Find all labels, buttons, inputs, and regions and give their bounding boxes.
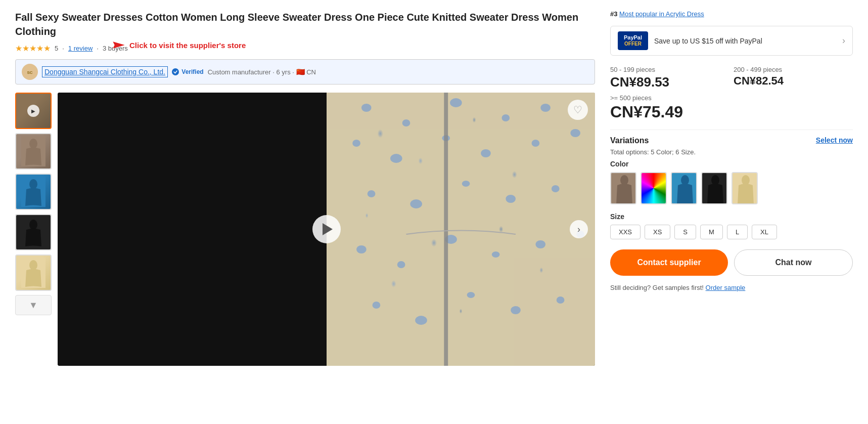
rank-number: #3 [610, 10, 617, 18]
svg-text:SC: SC [27, 70, 32, 75]
supplier-name[interactable]: Dongguan Shangcai Clothing Co., Ltd. [42, 66, 168, 77]
floral-background [327, 93, 596, 366]
size-m[interactable]: M [700, 225, 723, 239]
supplier-tooltip: Click to visit the supplier's store [106, 40, 246, 50]
paypal-offer[interactable]: PayPal OFFER Save up to US $15 off with … [610, 26, 853, 56]
black-dress-icon [702, 173, 727, 204]
tier3-range: >= 500 pieces [610, 94, 853, 102]
popularity-tag: #3 Most popular in Acrylic Dress [610, 10, 853, 18]
play-triangle-icon [323, 223, 333, 235]
category-link[interactable]: Most popular in Acrylic Dress [619, 10, 704, 18]
star-rating: ★★★★★ [15, 44, 51, 53]
size-xs[interactable]: XS [645, 225, 670, 239]
supplier-banner[interactable]: SC Dongguan Shangcai Clothing Co., Ltd. … [15, 59, 595, 84]
thumbnail-list: ▶ [15, 93, 52, 366]
price-tiers: 50 - 199 pieces CN¥89.53 200 - 499 piece… [610, 66, 853, 90]
variations-meta: Total options: 5 Color; 6 Size. [610, 148, 853, 156]
paypal-logo-text1: PayPal [623, 34, 643, 41]
order-sample-link[interactable]: Order sample [706, 284, 746, 291]
paypal-logo-text2: OFFER [623, 41, 643, 47]
blue-dress-icon [672, 173, 697, 204]
play-icon-thumb: ▶ [27, 105, 39, 117]
floral-pattern [327, 93, 596, 366]
gallery-area: ▶ [15, 93, 595, 366]
price-tier-3: >= 500 pieces CN¥75.49 [610, 94, 853, 121]
supplier-meta: Custom manufacturer · 6 yrs · 🇨🇳 CN [208, 68, 316, 76]
favorite-button[interactable]: ♡ [568, 100, 588, 120]
dot-separator2: · [97, 45, 99, 52]
product-image-area [327, 93, 596, 366]
variations-section: Variations Select now Total options: 5 C… [610, 136, 853, 239]
country-flag: 🇨🇳 [296, 68, 305, 76]
action-buttons: Contact supplier Chat now [610, 249, 853, 276]
rating-value: 5 [55, 45, 58, 52]
next-image-button[interactable]: › [570, 220, 588, 238]
swatch-black-fill [702, 173, 726, 203]
color-swatch-black[interactable] [701, 172, 727, 204]
size-xxs[interactable]: XXS [610, 225, 641, 239]
size-label: Size [610, 213, 853, 221]
dress-thumb-3 [21, 177, 45, 207]
brown-dress-icon [611, 173, 636, 204]
dress-thumb-2 [21, 136, 45, 166]
thumbnail-2[interactable] [15, 133, 52, 169]
svg-point-6 [29, 179, 37, 189]
arrow-icon [106, 40, 126, 50]
main-image: ♡ › [58, 93, 595, 366]
product-right-panel: #3 Most popular in Acrylic Dress PayPal … [610, 10, 853, 366]
svg-point-2 [172, 68, 179, 75]
dress-thumb-5 [21, 258, 45, 288]
play-button[interactable] [312, 215, 341, 243]
verified-badge: Verified [172, 68, 204, 76]
reviews-link[interactable]: 1 review [68, 45, 93, 52]
tier3-price: CN¥75.49 [610, 103, 853, 121]
color-label: Color [610, 160, 853, 168]
pricing-section: 50 - 199 pieces CN¥89.53 200 - 499 piece… [610, 66, 853, 121]
size-s[interactable]: S [674, 225, 696, 239]
thumbnail-5[interactable] [15, 255, 52, 291]
paypal-arrow-icon: › [842, 35, 845, 46]
chat-now-button[interactable]: Chat now [734, 249, 853, 276]
thumbnail-4[interactable] [15, 214, 52, 250]
heart-icon: ♡ [573, 104, 582, 116]
price-tier-2: 200 - 499 pieces CN¥82.54 [734, 66, 853, 90]
verified-icon [172, 68, 179, 75]
swatch-multicolor-fill [642, 173, 666, 203]
tooltip-text: Click to visit the supplier's store [129, 41, 246, 50]
thumbnail-scroll-down[interactable]: ▼ [15, 295, 52, 315]
paypal-logo: PayPal OFFER [618, 31, 648, 50]
swatch-blue-fill [672, 173, 696, 203]
supplier-logo-icon: SC [23, 65, 37, 79]
color-swatches [610, 172, 853, 204]
dot-separator: · [62, 45, 64, 52]
dress-thumb-4 [21, 217, 45, 247]
paypal-description: Save up to US $15 off with PayPal [654, 37, 836, 45]
select-now-link[interactable]: Select now [816, 136, 853, 144]
product-left-section: Fall Sexy Sweater Dresses Cotton Women L… [15, 10, 595, 366]
chevron-right-icon: › [577, 224, 580, 235]
swatch-brown-fill [611, 173, 635, 203]
price-tier-1: 50 - 199 pieces CN¥89.53 [610, 66, 729, 90]
thumbnail-3[interactable] [15, 174, 52, 210]
contact-supplier-button[interactable]: Contact supplier [610, 249, 728, 276]
cream-dress-icon [733, 173, 758, 204]
swatch-cream-fill [733, 173, 757, 203]
thumbnail-1[interactable]: ▶ [15, 93, 52, 129]
size-l[interactable]: L [727, 225, 748, 239]
color-swatch-blue[interactable] [671, 172, 697, 204]
svg-point-8 [29, 220, 37, 230]
supplier-logo: SC [22, 64, 38, 80]
color-swatch-cream[interactable] [732, 172, 758, 204]
still-deciding-text: Still deciding? Get samples first! Order… [610, 284, 853, 291]
variations-header: Variations Select now [610, 136, 853, 145]
tier1-range: 50 - 199 pieces [610, 66, 729, 73]
variations-title: Variations [610, 136, 649, 145]
color-swatch-brown[interactable] [610, 172, 636, 204]
svg-point-10 [29, 260, 37, 270]
color-swatch-multicolor[interactable] [641, 172, 667, 204]
size-xl[interactable]: XL [752, 225, 777, 239]
ratings-row: ★★★★★ 5 · 1 review · 3 buyers [15, 44, 595, 53]
tier2-price: CN¥82.54 [734, 74, 853, 88]
video-area [58, 93, 327, 366]
product-title: Fall Sexy Sweater Dresses Cotton Women L… [15, 10, 595, 38]
